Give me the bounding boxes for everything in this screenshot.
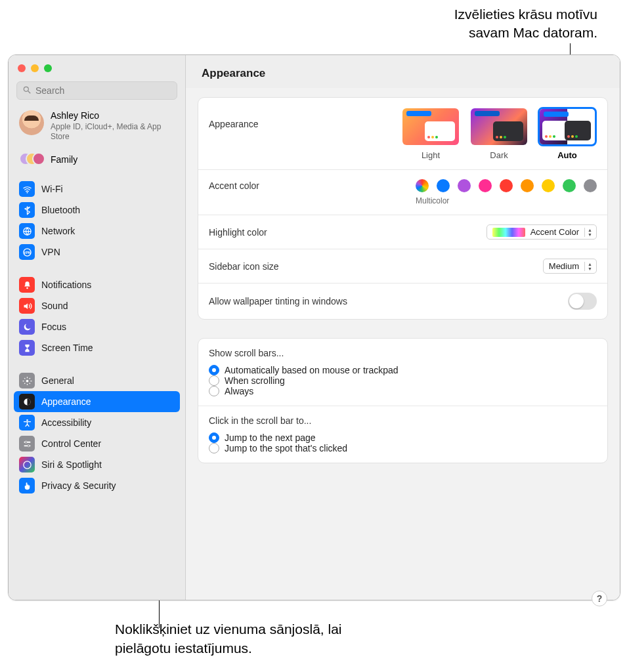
scrollbars-option-1[interactable]: When scrolling bbox=[209, 375, 597, 386]
vpn-icon: VPN bbox=[19, 244, 35, 260]
sound-icon bbox=[19, 298, 35, 314]
sidebar-item-general[interactable]: General bbox=[14, 370, 180, 391]
scrollbars-option-0[interactable]: Automatically based on mouse or trackpad bbox=[209, 365, 597, 375]
network-icon bbox=[19, 223, 35, 239]
sidebar-item-bluetooth[interactable]: Bluetooth bbox=[14, 200, 180, 220]
settings-window: Ashley Rico Apple ID, iCloud+, Media & A… bbox=[8, 54, 620, 600]
user-subtitle: Apple ID, iCloud+, Media & App Store bbox=[51, 122, 175, 142]
accent-green[interactable] bbox=[563, 179, 576, 192]
scrollclick-option-label: Jump to the next page bbox=[225, 432, 316, 443]
minimize-button[interactable] bbox=[31, 64, 39, 72]
accent-pink[interactable] bbox=[479, 179, 492, 192]
callout-bottom: Noklikšķiniet uz vienuma sānjoslā, lai p… bbox=[115, 620, 417, 658]
accent-multi[interactable] bbox=[416, 179, 429, 192]
siri-icon bbox=[19, 457, 35, 472]
page-title: Appearance bbox=[186, 55, 620, 88]
close-button[interactable] bbox=[18, 64, 26, 72]
sidebar-item-label: Control Center bbox=[41, 438, 101, 449]
appearance-option-auto[interactable]: Auto bbox=[538, 107, 597, 160]
sidebar-item-focus[interactable]: Focus bbox=[14, 316, 180, 337]
family-row[interactable]: Family bbox=[9, 148, 185, 176]
scrollclick-option-1[interactable]: Jump to the spot that's clicked bbox=[209, 443, 597, 453]
bell-icon bbox=[19, 277, 35, 293]
radio-icon bbox=[209, 365, 219, 375]
radio-icon bbox=[209, 375, 219, 386]
help-button[interactable]: ? bbox=[592, 591, 607, 606]
appearance-option-label: Dark bbox=[469, 150, 529, 160]
accent-red[interactable] bbox=[500, 179, 513, 192]
accent-swatches bbox=[416, 179, 597, 192]
appearance-option-dark[interactable]: Dark bbox=[469, 107, 529, 160]
accent-graphite[interactable] bbox=[584, 179, 597, 192]
scrollbars-title: Show scroll bars... bbox=[209, 348, 597, 358]
scrollclick-option-0[interactable]: Jump to the next page bbox=[209, 432, 597, 443]
radio-icon bbox=[209, 443, 219, 453]
search-input[interactable] bbox=[35, 85, 171, 96]
appearance-label: Appearance bbox=[209, 107, 259, 129]
highlight-gradient-icon bbox=[492, 228, 525, 237]
accent-yellow[interactable] bbox=[542, 179, 555, 192]
svg-point-13 bbox=[27, 444, 29, 446]
sidebar-item-control-center[interactable]: Control Center bbox=[14, 433, 180, 454]
sidebar-item-label: Wi-Fi bbox=[41, 184, 63, 194]
sidebar-item-label: Focus bbox=[41, 322, 66, 332]
thumb-light bbox=[401, 107, 460, 146]
thumb-dark bbox=[469, 107, 529, 146]
hand-icon bbox=[19, 478, 35, 494]
scrollclick-option-label: Jump to the spot that's clicked bbox=[225, 443, 347, 453]
sidebar-item-screen-time[interactable]: Screen Time bbox=[14, 337, 180, 358]
user-name: Ashley Rico bbox=[51, 110, 175, 121]
stepper-icon: ▲▼ bbox=[584, 262, 592, 271]
accent-orange[interactable] bbox=[521, 179, 534, 192]
sidebar-item-label: Screen Time bbox=[41, 343, 93, 353]
sidebar-item-wi-fi[interactable]: Wi-Fi bbox=[14, 178, 180, 200]
sidebar-icon-size-value: Medium bbox=[549, 261, 579, 271]
appearance-icon bbox=[19, 394, 35, 410]
sidebar-item-siri-spotlight[interactable]: Siri & Spotlight bbox=[14, 454, 180, 475]
accent-purple[interactable] bbox=[458, 179, 471, 192]
toggle-knob bbox=[569, 294, 584, 308]
search-field[interactable] bbox=[16, 81, 177, 100]
zoom-button[interactable] bbox=[44, 64, 52, 72]
wallpaper-tint-toggle[interactable] bbox=[568, 293, 597, 310]
accent-blue[interactable] bbox=[437, 179, 450, 192]
gear-icon bbox=[19, 373, 35, 388]
svg-point-9 bbox=[26, 419, 28, 421]
scrollbars-option-label: When scrolling bbox=[225, 375, 285, 386]
sidebar-item-network[interactable]: Network bbox=[14, 220, 180, 242]
controls-icon bbox=[19, 436, 35, 452]
sidebar: Ashley Rico Apple ID, iCloud+, Media & A… bbox=[9, 55, 186, 600]
accent-label: Accent color bbox=[209, 179, 259, 191]
svg-point-0 bbox=[24, 87, 28, 91]
sidebar-list: Wi-FiBluetoothNetworkVPNVPNNotifications… bbox=[9, 176, 185, 501]
svg-point-7 bbox=[26, 379, 28, 382]
appearance-panel: Appearance LightDarkAuto Accent color Mu… bbox=[198, 97, 608, 320]
sidebar-icon-size-popup[interactable]: Medium ▲▼ bbox=[543, 259, 597, 274]
apple-id-row[interactable]: Ashley Rico Apple ID, iCloud+, Media & A… bbox=[9, 106, 185, 148]
window-controls bbox=[9, 55, 185, 79]
appearance-option-label: Auto bbox=[538, 150, 597, 160]
sidebar-item-label: Appearance bbox=[41, 396, 91, 407]
appearance-option-light[interactable]: Light bbox=[401, 107, 460, 160]
accessibility-icon bbox=[19, 415, 35, 430]
sidebar-item-notifications[interactable]: Notifications bbox=[14, 274, 180, 295]
stepper-icon: ▲▼ bbox=[584, 228, 592, 237]
sidebar-item-accessibility[interactable]: Accessibility bbox=[14, 412, 180, 433]
scrollbars-option-label: Always bbox=[225, 386, 253, 396]
family-avatars-icon bbox=[19, 152, 44, 167]
scrollbars-group: Show scroll bars... Automatically based … bbox=[209, 348, 597, 396]
sidebar-item-label: Accessibility bbox=[41, 417, 91, 428]
svg-point-2 bbox=[26, 192, 28, 193]
wallpaper-tint-label: Allow wallpaper tinting in windows bbox=[209, 296, 347, 306]
sidebar-item-privacy-security[interactable]: Privacy & Security bbox=[14, 475, 180, 496]
search-icon bbox=[22, 85, 35, 96]
sidebar-item-sound[interactable]: Sound bbox=[14, 295, 180, 316]
scrollbars-option-2[interactable]: Always bbox=[209, 386, 597, 396]
highlight-popup[interactable]: Accent Color ▲▼ bbox=[486, 224, 597, 240]
highlight-value: Accent Color bbox=[530, 227, 579, 237]
accent-selected-label: Multicolor bbox=[416, 196, 449, 205]
sidebar-item-vpn[interactable]: VPNVPN bbox=[14, 242, 180, 262]
sidebar-item-appearance[interactable]: Appearance bbox=[14, 391, 180, 412]
sidebar-icon-size-label: Sidebar icon size bbox=[209, 261, 279, 272]
svg-line-1 bbox=[28, 91, 31, 93]
